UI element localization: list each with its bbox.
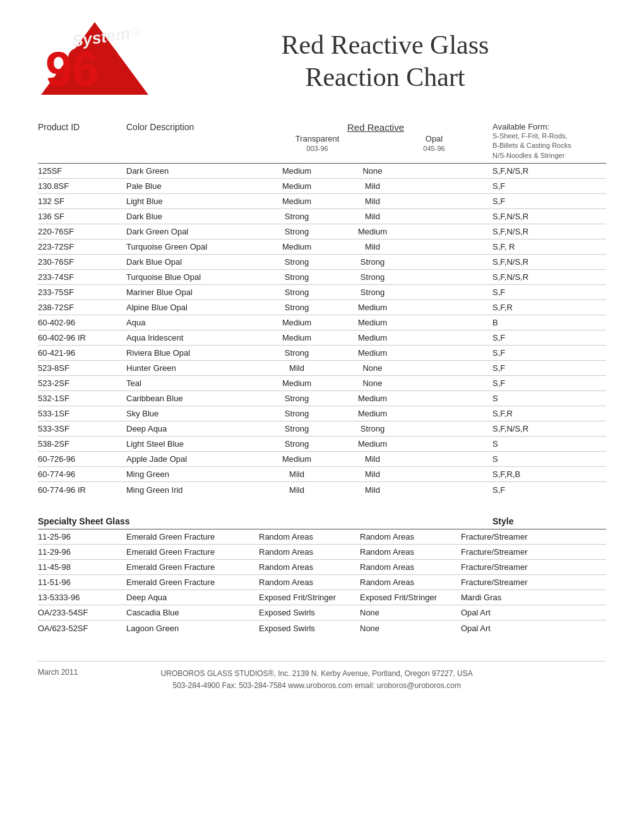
table-row: 60-726-96 Apple Jade Opal Medium Mild S <box>38 452 606 467</box>
cell-available: S,F <box>492 333 606 342</box>
specialty-row: OA/233-54SF Cascadia Blue Exposed Swirls… <box>38 605 606 620</box>
cell-opal: Mild <box>335 454 410 464</box>
cell-color-desc: Mariner Blue Opal <box>126 287 259 297</box>
cell-opal: Medium <box>335 333 410 342</box>
footer-company: UROBOROS GLASS STUDIOS®, Inc. 2139 N. Ke… <box>161 668 473 692</box>
cell-product-id: 132 SF <box>38 196 126 206</box>
cell-available: B <box>492 318 606 327</box>
cell-available: S,F <box>492 378 606 388</box>
cell-transparent: Strong <box>259 439 335 449</box>
cell-product-id: 220-76SF <box>38 227 126 236</box>
spec-cell-style: Mardi Gras <box>461 593 606 602</box>
cell-available: S,F, R <box>492 242 606 251</box>
cell-available: S,F <box>492 363 606 373</box>
table-row: 230-76SF Dark Blue Opal Strong Strong S,… <box>38 255 606 270</box>
spec-cell-id: 11-45-98 <box>38 562 126 572</box>
cell-available: S <box>492 394 606 403</box>
cell-available: S,F,N/S,R <box>492 166 606 176</box>
page-title: Red Reactive Glass Reaction Chart <box>164 29 606 93</box>
footer-date: March 2011 <box>38 668 78 677</box>
color-desc-header: Color Description <box>126 122 259 160</box>
table-row: 223-72SF Turquoise Green Opal Medium Mil… <box>38 239 606 255</box>
red-reactive-header: Red Reactive Transparent 003-96 Opal 045… <box>259 122 492 160</box>
cell-color-desc: Dark Blue Opal <box>126 257 259 267</box>
table-row: 533-3SF Deep Aqua Strong Strong S,F,N/S,… <box>38 421 606 437</box>
spec-cell-style: Fracture/Streamer <box>461 532 606 541</box>
cell-transparent: Strong <box>259 394 335 403</box>
cell-opal: Medium <box>335 439 410 449</box>
cell-color-desc: Aqua <box>126 318 259 327</box>
cell-opal: None <box>335 378 410 388</box>
spec-cell-transparent: Random Areas <box>259 547 360 557</box>
cell-product-id: 60-402-96 <box>38 318 126 327</box>
cell-color-desc: Turquoise Blue Opal <box>126 272 259 282</box>
column-headers: Product ID Color Description Red Reactiv… <box>38 122 606 164</box>
spec-cell-style: Fracture/Streamer <box>461 577 606 587</box>
cell-product-id: 538-2SF <box>38 439 126 449</box>
cell-product-id: 532-1SF <box>38 394 126 403</box>
cell-available: S,F,R,B <box>492 469 606 479</box>
cell-color-desc: Light Blue <box>126 196 259 206</box>
cell-opal: Medium <box>335 348 410 358</box>
cell-transparent: Medium <box>259 242 335 251</box>
spec-cell-desc: Lagoon Green <box>126 624 259 633</box>
cell-color-desc: Turquoise Green Opal <box>126 242 259 251</box>
svg-text:Uroboros Glass: Uroboros Glass <box>54 100 135 101</box>
svg-text:96: 96 <box>45 42 99 95</box>
cell-opal: Mild <box>335 242 410 251</box>
spec-cell-style: Fracture/Streamer <box>461 562 606 572</box>
cell-transparent: Strong <box>259 348 335 358</box>
main-data-rows: 125SF Dark Green Medium None S,F,N/S,R 1… <box>38 164 606 497</box>
cell-opal: Mild <box>335 485 410 495</box>
spec-cell-desc: Deep Aqua <box>126 593 259 602</box>
spec-cell-transparent: Random Areas <box>259 532 360 541</box>
cell-available: S,F,N/S,R <box>492 257 606 267</box>
cell-transparent: Strong <box>259 287 335 297</box>
cell-transparent: Mild <box>259 485 335 495</box>
table-row: 533-1SF Sky Blue Strong Medium S,F,R <box>38 406 606 421</box>
table-row: 233-74SF Turquoise Blue Opal Strong Stro… <box>38 270 606 285</box>
cell-available: S,F <box>492 181 606 191</box>
cell-product-id: 60-774-96 <box>38 469 126 479</box>
specialty-data-rows: 11-25-96 Emerald Green Fracture Random A… <box>38 529 606 636</box>
cell-product-id: 136 SF <box>38 212 126 221</box>
spec-cell-desc: Emerald Green Fracture <box>126 562 259 572</box>
specialty-section: Specialty Sheet Glass Style 11-25-96 Eme… <box>38 516 606 636</box>
cell-transparent: Medium <box>259 181 335 191</box>
cell-color-desc: Sky Blue <box>126 409 259 418</box>
available-form-header: Available Form: S-Sheet, F-Frit, R-Rods,… <box>492 122 606 160</box>
cell-color-desc: Hunter Green <box>126 363 259 373</box>
cell-transparent: Strong <box>259 272 335 282</box>
cell-transparent: Strong <box>259 409 335 418</box>
spec-cell-style: Opal Art <box>461 624 606 633</box>
cell-available: S,F <box>492 485 606 495</box>
cell-opal: Medium <box>335 394 410 403</box>
spec-cell-desc: Emerald Green Fracture <box>126 547 259 557</box>
table-row: 538-2SF Light Steel Blue Strong Medium S <box>38 437 606 452</box>
table-row: 523-2SF Teal Medium None S,F <box>38 376 606 391</box>
cell-color-desc: Ming Green Irid <box>126 485 259 495</box>
table-row: 136 SF Dark Blue Strong Mild S,F,N/S,R <box>38 209 606 224</box>
cell-transparent: Mild <box>259 363 335 373</box>
cell-product-id: 60-726-96 <box>38 454 126 464</box>
cell-transparent: Medium <box>259 378 335 388</box>
spec-cell-style: Fracture/Streamer <box>461 547 606 557</box>
spec-cell-transparent: Exposed Swirls <box>259 624 360 633</box>
specialty-row: 11-51-96 Emerald Green Fracture Random A… <box>38 575 606 590</box>
table-row: 60-774-96 IR Ming Green Irid Mild Mild S… <box>38 482 606 497</box>
spec-cell-transparent: Random Areas <box>259 577 360 587</box>
specialty-row: 13-5333-96 Deep Aqua Exposed Frit/String… <box>38 590 606 605</box>
table-row: 238-72SF Alpine Blue Opal Strong Medium … <box>38 300 606 315</box>
cell-color-desc: Dark Green Opal <box>126 227 259 236</box>
cell-color-desc: Alpine Blue Opal <box>126 303 259 312</box>
transparent-subheader: Transparent 003-96 <box>280 134 355 153</box>
cell-opal: Medium <box>335 227 410 236</box>
cell-opal: Strong <box>335 257 410 267</box>
cell-product-id: 523-8SF <box>38 363 126 373</box>
spec-cell-id: OA/623-52SF <box>38 624 126 633</box>
cell-transparent: Medium <box>259 318 335 327</box>
cell-available: S,F,R <box>492 409 606 418</box>
cell-color-desc: Teal <box>126 378 259 388</box>
spec-cell-desc: Cascadia Blue <box>126 608 259 617</box>
cell-available: S <box>492 439 606 449</box>
